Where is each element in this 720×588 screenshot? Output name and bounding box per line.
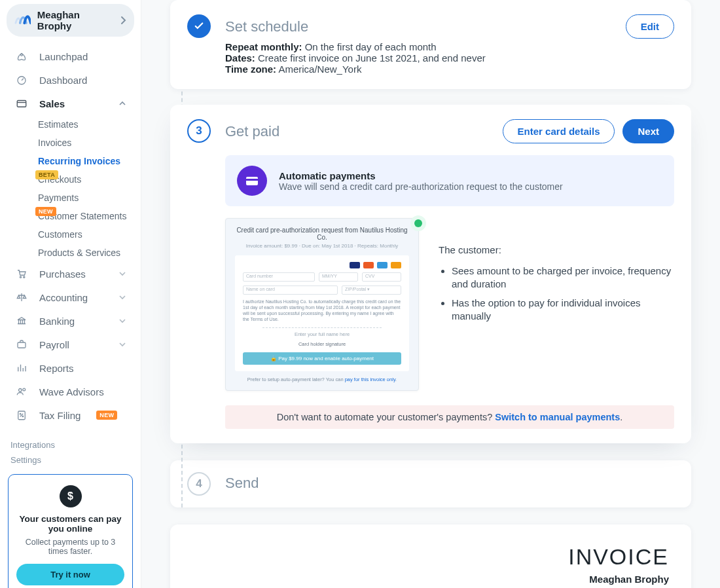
- credit-card-icon: [237, 166, 267, 196]
- link-integrations[interactable]: Integrations: [3, 437, 138, 452]
- badge-new: NEW: [35, 207, 56, 216]
- status-dot-icon: [410, 215, 426, 231]
- banner-title: Automatic payments: [279, 170, 563, 181]
- discover-icon: [391, 262, 401, 268]
- invoice-heading: INVOICE: [192, 544, 669, 570]
- svg-rect-5: [18, 342, 26, 348]
- main-content: Set schedule Edit Repeat monthly: On the…: [141, 0, 720, 588]
- svg-point-9: [20, 413, 21, 414]
- step-card-get-paid: 3 Get paid Enter card details Next: [170, 105, 691, 443]
- promo-title: Your customers can pay you online: [16, 514, 124, 534]
- svg-point-4: [24, 276, 25, 278]
- promo-sub: Collect payments up to 3 times faster.: [16, 538, 124, 556]
- rocket-icon: [14, 50, 29, 62]
- bars-icon: [14, 362, 29, 374]
- step-indicator-done: [187, 14, 211, 38]
- automatic-payments-banner: Automatic payments Wave will send a cred…: [225, 155, 674, 206]
- chevron-up-icon: [118, 100, 126, 107]
- promo-card: $ Your customers can pay you online Coll…: [8, 474, 133, 588]
- user-name: Meaghan Brophy: [37, 9, 113, 31]
- chevron-down-icon: [118, 293, 126, 301]
- svg-rect-12: [246, 179, 258, 181]
- amex-icon: [377, 262, 387, 268]
- svg-point-0: [21, 54, 23, 56]
- invoice-preview-card: INVOICE Meaghan Brophy United States: [170, 524, 691, 588]
- nav-launchpad[interactable]: Launchpad: [3, 45, 138, 68]
- nav-payroll[interactable]: Payroll: [3, 333, 138, 356]
- step-indicator-4: 4: [187, 472, 211, 496]
- switch-manual-link[interactable]: Switch to manual payments: [495, 412, 620, 422]
- nav-accounting[interactable]: Accounting: [3, 285, 138, 309]
- gauge-icon: [14, 74, 29, 86]
- nav-tax-filing[interactable]: Tax Filing NEW: [3, 403, 138, 427]
- subnav-products-services[interactable]: Products & Services: [30, 244, 138, 262]
- visa-icon: [350, 262, 360, 268]
- edit-button[interactable]: Edit: [626, 14, 674, 39]
- switch-to-manual-bar: Don't want to automate your customer's p…: [225, 405, 674, 429]
- step-title: Get paid: [225, 123, 279, 140]
- nav-sales[interactable]: Sales: [3, 92, 138, 115]
- svg-point-6: [19, 389, 22, 392]
- step-title: Set schedule: [225, 18, 308, 35]
- link-settings[interactable]: Settings: [3, 452, 138, 468]
- schedule-details: Repeat monthly: On the first day of each…: [225, 41, 674, 75]
- card-icon: [14, 98, 29, 109]
- wave-logo-icon: [14, 12, 31, 29]
- subnav-payments[interactable]: Payments: [30, 189, 138, 207]
- badge-beta: BETA: [35, 170, 58, 179]
- user-menu-button[interactable]: Meaghan Brophy: [7, 4, 134, 37]
- sidebar: Meaghan Brophy Launchpad Dashboard Sales…: [0, 0, 141, 588]
- step-card-set-schedule: Set schedule Edit Repeat monthly: On the…: [170, 0, 691, 89]
- step-indicator-3: 3: [187, 119, 211, 143]
- customer-benefits: The customer: Sees amount to be charged …: [439, 218, 674, 328]
- svg-point-10: [22, 416, 24, 417]
- preauth-preview: Credit card pre-authorization request fr…: [225, 218, 419, 391]
- chevron-down-icon: [118, 317, 126, 325]
- step-card-send: 4 Send: [170, 460, 691, 507]
- nav-purchases[interactable]: Purchases: [3, 262, 138, 285]
- subnav-customers[interactable]: Customers: [30, 225, 138, 244]
- cart-icon: [14, 268, 29, 280]
- badge-new: NEW: [96, 411, 117, 420]
- nav-banking[interactable]: Banking: [3, 309, 138, 333]
- invoice-from-name: Meaghan Brophy: [192, 574, 669, 585]
- svg-rect-2: [17, 101, 26, 107]
- svg-point-7: [23, 388, 26, 391]
- subnav-invoices[interactable]: Invoices: [30, 134, 138, 152]
- mastercard-icon: [363, 262, 374, 268]
- dollar-coin-icon: $: [60, 485, 82, 507]
- svg-point-3: [20, 276, 21, 278]
- nav-dashboard[interactable]: Dashboard: [3, 68, 138, 92]
- people-icon: [14, 386, 29, 397]
- enter-card-details-button[interactable]: Enter card details: [503, 119, 615, 143]
- nav-wave-advisors[interactable]: Wave Advisors: [3, 380, 138, 403]
- chevron-down-icon: [118, 340, 126, 348]
- subnav-estimates[interactable]: Estimates: [30, 115, 138, 134]
- promo-cta-button[interactable]: Try it now: [16, 564, 124, 585]
- nav-reports[interactable]: Reports: [3, 356, 138, 380]
- banner-desc: Wave will send a credit card pre-authori…: [279, 181, 563, 192]
- scale-icon: [14, 291, 29, 303]
- bank-icon: [14, 315, 29, 327]
- sales-submenu: Estimates Invoices Recurring Invoices BE…: [30, 115, 138, 262]
- svg-rect-11: [246, 177, 258, 185]
- briefcase-icon: [14, 339, 29, 350]
- step-title: Send: [225, 475, 259, 492]
- subnav-recurring-invoices[interactable]: Recurring Invoices: [30, 152, 138, 170]
- chevron-down-icon: [118, 270, 126, 278]
- next-button[interactable]: Next: [622, 119, 674, 143]
- percent-doc-icon: [14, 409, 29, 421]
- chevron-right-icon: [120, 16, 126, 25]
